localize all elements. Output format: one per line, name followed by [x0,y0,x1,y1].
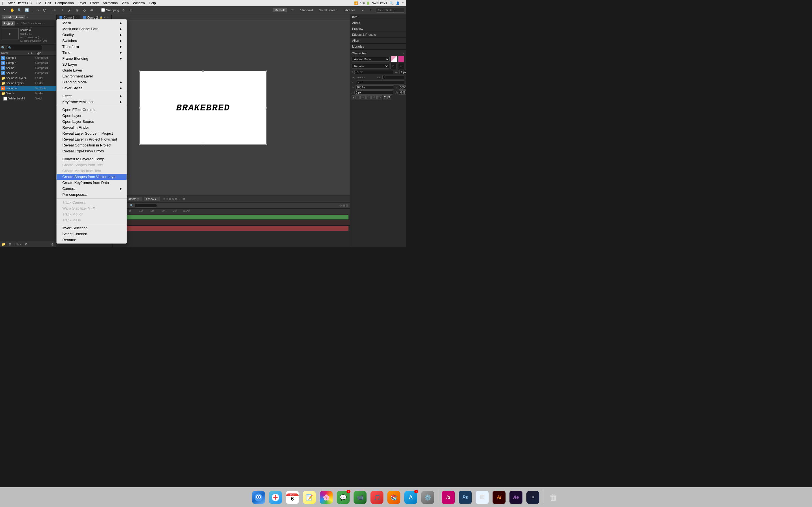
char-super-btn[interactable]: T⁺ [371,96,377,100]
search-help-input[interactable] [376,8,404,13]
right-panel-audio[interactable]: Audio [350,20,406,26]
comp2-menu-icon[interactable]: ≡ [107,16,109,19]
project-item-secind[interactable]: C secind Compositi [0,66,56,71]
handle-top-center[interactable] [202,70,204,72]
char-tracking-input[interactable] [382,75,405,79]
char-baseline-input[interactable] [354,91,393,95]
menu-camera[interactable]: Camera ▶ [57,186,126,191]
menu-window[interactable]: Window [133,1,145,5]
menu-mask-shape-path[interactable]: Mask and Shape Path ▶ [57,26,126,32]
workspace-menu[interactable]: ⋯ [289,8,296,12]
menu-reveal-composition[interactable]: Reveal Composition in Project [57,142,126,148]
menubar-bullets[interactable]: ≡ [402,1,404,5]
handle-bottom-center[interactable] [202,144,204,145]
menu-edit[interactable]: Edit [45,1,51,5]
char-style-select[interactable]: Regular [352,64,389,69]
tool-zoom[interactable]: 🔍 [16,7,22,13]
char-underline-btn[interactable]: T̲ [383,96,387,100]
menu-open-layer-source[interactable]: Open Layer Source [57,119,126,124]
menu-3d-layer[interactable]: 3D Layer [57,61,126,67]
comp2-tab-close[interactable]: × [104,16,105,19]
menu-file[interactable]: File [36,1,41,5]
apple-menu[interactable]:  [2,1,4,5]
project-search-input[interactable] [6,45,43,50]
project-item-secind2layers[interactable]: 📁 secind 2 Layers Folder [0,76,56,81]
menu-select-children[interactable]: Select Children [57,231,126,237]
snapping-btn-2[interactable]: ⊞ [128,7,134,13]
handle-middle-left[interactable] [139,107,140,109]
tool-select[interactable]: ↖ [2,7,8,13]
handle-top-right[interactable] [266,70,267,72]
project-item-comp2[interactable]: C Comp 2 Compositi [0,61,56,66]
menu-quality[interactable]: Quality ▶ [57,32,126,38]
char-color-swatch-1[interactable] [391,56,397,62]
char-kerning-input[interactable] [400,70,406,74]
right-panel-align[interactable]: Align [350,38,406,44]
project-item-comp1[interactable]: C Comp 1 Compositi [0,55,56,61]
right-panel-effects[interactable]: Effects & Presets [350,32,406,38]
char-stroke-type[interactable]: ▱ [398,63,404,69]
menu-create-keyframes-data[interactable]: Create Keyframes from Data [57,180,126,186]
menu-mask[interactable]: Mask ▶ [57,20,126,26]
menu-pre-compose[interactable]: Pre-compose... [57,191,126,198]
handle-top-left[interactable] [139,70,140,72]
char-color-swatch-2[interactable] [398,56,404,62]
tool-clone[interactable]: ⎘ [74,7,80,13]
sort-icon[interactable]: ▲ [28,52,30,55]
snapping-btn-1[interactable]: ⊹ [120,7,126,13]
menu-view[interactable]: View [122,1,129,5]
char-size-input[interactable] [354,70,393,74]
char-font-select[interactable]: Andale Mono [352,57,390,62]
menu-open-layer[interactable]: Open Layer [57,113,126,119]
menu-keyframe-assistant[interactable]: Keyframe Assistant ▶ [57,99,126,105]
menu-reveal-layer-flowchart[interactable]: Reveal Layer in Project Flowchart [57,136,126,142]
menu-effect[interactable]: Effect [90,1,99,5]
menu-help[interactable]: Help [149,1,156,5]
project-item-secindlayers[interactable]: 📁 secind Layers Folder [0,81,56,86]
menu-convert-layered-comp[interactable]: Convert to Layered Comp [57,156,126,162]
char-vscale-input[interactable] [399,86,406,90]
view-dropdown[interactable]: 1 View ▾ [144,197,160,201]
menu-reveal-expression-errors[interactable]: Reveal Expression Errors [57,148,126,154]
new-folder-btn[interactable]: 📁 [1,242,6,247]
new-comp-btn[interactable]: ⊞ [7,242,12,247]
menu-guide-layer[interactable]: Guide Layer [57,67,126,73]
right-panel-info[interactable]: Info [350,14,406,20]
tool-pin[interactable]: ⊕ [89,7,95,13]
menu-composition[interactable]: Composition [55,1,74,5]
right-panel-preview[interactable]: Preview [350,26,406,32]
tool-brush[interactable]: 🖌 [66,7,73,13]
menubar-search-icon[interactable]: 🔍 [390,1,394,5]
char-stroke-color[interactable]: □ [390,63,396,69]
tool-shape[interactable]: ⬡ [42,7,48,13]
workspace-small-screen[interactable]: Small Screen [317,8,340,12]
handle-middle-right[interactable] [266,107,267,109]
project-item-solids[interactable]: 📁 Solids Folder [0,91,56,96]
tool-type[interactable]: T [59,7,65,13]
char-tsumi-input[interactable] [399,91,406,95]
handle-bottom-left[interactable] [139,144,140,145]
menu-aftereffects[interactable]: After Effects CC [8,1,32,5]
workspace-standard[interactable]: Standard [298,8,315,12]
menu-time[interactable]: Time ▶ [57,50,126,55]
menu-reveal-finder[interactable]: Reveal in Finder [57,124,126,130]
tool-rect-mask[interactable]: ▭ [34,7,40,13]
menu-layer-styles[interactable]: Layer Styles ▶ [57,85,126,91]
char-hscale-input[interactable] [355,86,394,90]
char-smallcaps-btn[interactable]: Tt [366,96,371,100]
comp1-tab-close[interactable]: × [75,16,77,19]
menu-reveal-layer-source[interactable]: Reveal Layer Source in Project [57,130,126,136]
menu-effect[interactable]: Effect ▶ [57,93,126,99]
menu-blending-mode[interactable]: Blending Mode ▶ [57,79,126,85]
workspace-libraries[interactable]: Libraries [342,8,358,12]
workspace-default[interactable]: Default [273,8,287,12]
char-strike-btn[interactable]: T̶ [388,96,391,100]
char-allcaps-btn[interactable]: TT [360,96,366,100]
menu-create-shapes-vector[interactable]: Create Shapes from Vector Layer [57,174,126,180]
char-size2-input[interactable] [357,80,404,84]
project-item-secindai[interactable]: Ai secind.ai Vector A... [0,86,56,91]
handle-bottom-right[interactable] [266,144,267,145]
workspace-expand[interactable]: » [359,8,366,12]
menu-switches[interactable]: Switches ▶ [57,38,126,44]
char-bold-btn[interactable]: T [352,96,356,100]
